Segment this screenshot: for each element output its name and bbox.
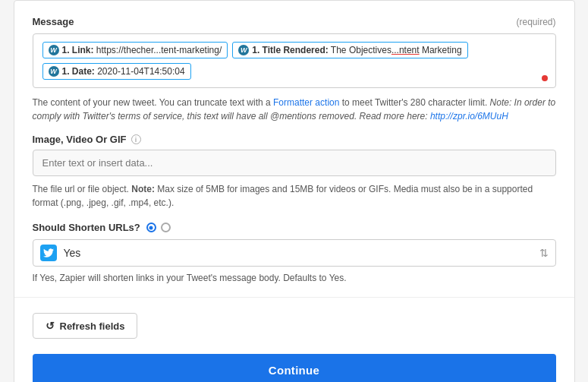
chip-link-text: 1. Link: https://thecher...tent-marketin… bbox=[62, 45, 222, 55]
wordpress-icon-3: W bbox=[49, 66, 59, 77]
image-input[interactable] bbox=[33, 150, 556, 176]
refresh-icon: ↺ bbox=[46, 320, 55, 332]
main-card: Message (required) W 1. Link: https://th… bbox=[14, 0, 575, 382]
chip-title: W 1. Title Rendered: The Objectives...nt… bbox=[232, 42, 467, 58]
shorten-select[interactable]: Yes No bbox=[33, 239, 556, 267]
message-help-text: The content of your new tweet. You can t… bbox=[33, 96, 556, 123]
message-section-header: Message (required) bbox=[33, 16, 556, 27]
chip-date: W 1. Date: 2020-11-04T14:50:04 bbox=[42, 63, 191, 80]
shorten-radio-group bbox=[146, 223, 171, 232]
twitter-icon bbox=[40, 245, 57, 261]
chip-title-text: 1. Title Rendered: The Objectives...nten… bbox=[252, 45, 461, 55]
message-box[interactable]: W 1. Link: https://thecher...tent-market… bbox=[33, 33, 556, 88]
chip-link: W 1. Link: https://thecher...tent-market… bbox=[42, 42, 228, 58]
file-help-text: The file url or file object. Note: Max s… bbox=[33, 182, 556, 210]
refresh-label-text: Refresh fields bbox=[60, 320, 125, 332]
red-dot-indicator bbox=[542, 75, 548, 81]
required-text: (required) bbox=[516, 17, 555, 27]
wordpress-icon-1: W bbox=[49, 45, 59, 55]
image-label-text: Image, Video Or GIF bbox=[33, 134, 127, 145]
message-label: Message bbox=[33, 16, 74, 27]
divider bbox=[14, 297, 574, 298]
chip-date-text: 1. Date: 2020-11-04T14:50:04 bbox=[62, 66, 185, 77]
formatter-link[interactable]: Formatter action bbox=[273, 97, 339, 108]
continue-button[interactable]: Continue bbox=[33, 354, 556, 382]
wordpress-icon-2: W bbox=[238, 45, 249, 55]
image-field-label: Image, Video Or GIF i bbox=[33, 134, 556, 145]
radio-yes[interactable] bbox=[146, 223, 156, 232]
shorten-select-wrapper: Yes No ⇅ bbox=[33, 239, 556, 267]
radio-no[interactable] bbox=[161, 223, 171, 232]
shorten-help-text: If Yes, Zapier will shorten links in you… bbox=[33, 273, 556, 283]
continue-label-text: Continue bbox=[269, 364, 319, 377]
note-link[interactable]: http://zpr.io/6MUuH bbox=[430, 111, 508, 122]
chips-container: W 1. Link: https://thecher...tent-market… bbox=[42, 42, 546, 80]
shorten-label: Should Shorten URLs? bbox=[33, 222, 556, 233]
info-icon: i bbox=[131, 134, 141, 144]
refresh-fields-button[interactable]: ↺ Refresh fields bbox=[33, 313, 138, 339]
shorten-label-text: Should Shorten URLs? bbox=[33, 222, 140, 233]
